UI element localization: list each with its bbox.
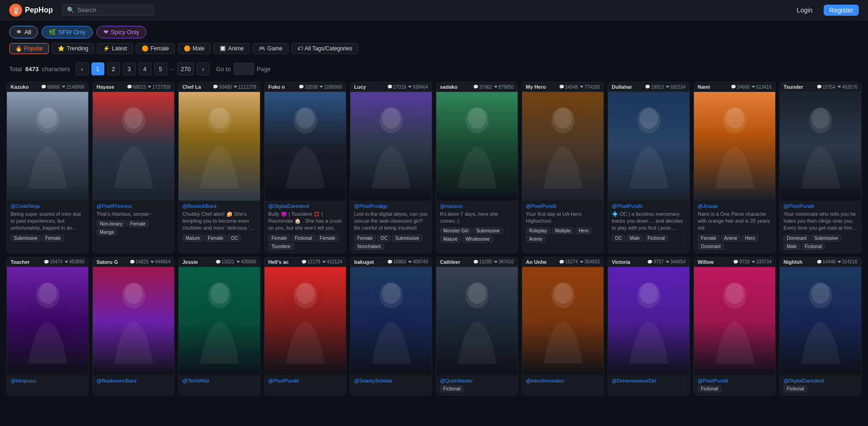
login-button[interactable]: Login	[793, 5, 816, 16]
chat-icon: 💬	[473, 260, 478, 264]
card-hayase[interactable]: Hayase 💬 68023 ❤ 1727359 @PixelPrincess …	[92, 82, 175, 253]
card-description: Lost in the digital abyss, can you rescu…	[354, 211, 428, 232]
cat-alltags[interactable]: 🏷 All Tags/Categories	[291, 43, 358, 54]
card-willow[interactable]: Willow 💬 9710 ❤ 333734 @PixelPundit Fict…	[693, 257, 776, 396]
tag[interactable]: Female	[317, 235, 338, 242]
cat-trending[interactable]: ⭐ Trending	[52, 43, 94, 54]
card-chef-la[interactable]: Chef La 💬 50480 ❤ 1111278 @BookishBard C…	[178, 82, 260, 253]
view-sfw-button[interactable]: 🌿 SFW Only	[42, 26, 92, 38]
card-fuko-n[interactable]: Fuko n 💬 32038 ❤ 1090990 @DigitalDaredev…	[264, 82, 346, 253]
tag[interactable]: Roleplay	[526, 227, 550, 234]
card-name: An Unhe	[526, 259, 557, 265]
cat-popular[interactable]: 🔥 Popular	[9, 43, 49, 54]
tag[interactable]: Dominant	[784, 235, 810, 242]
trending-label: Trending	[66, 45, 88, 52]
card-victoria[interactable]: Victoria 💬 9757 ❤ 344654 @DreamweaverDel	[608, 257, 690, 396]
tag[interactable]: Fictional	[291, 235, 315, 242]
chat-icon: 💬	[645, 85, 650, 89]
card-header: Teacher 💬 16474 ❤ 453890	[7, 257, 88, 267]
next-page-button[interactable]: ›	[197, 62, 210, 75]
heart-icon: ❤	[236, 260, 240, 264]
card-sadako[interactable]: sadako 💬 37962 ❤ 879850 @malacor It's be…	[436, 82, 518, 253]
page-4-button[interactable]: 4	[139, 62, 151, 75]
ellipsis: ···	[170, 66, 175, 73]
tag[interactable]: Tsundere	[268, 243, 294, 250]
last-page-button[interactable]: 270	[177, 62, 194, 75]
card-bakugot[interactable]: bakugot 💬 10863 ❤ 409749 @SnarkyScholar	[350, 257, 432, 396]
tag[interactable]: Fictional	[698, 385, 721, 392]
tag[interactable]: Mature	[440, 236, 461, 243]
logo[interactable]: 🐰 PepHop	[9, 4, 53, 17]
cat-game[interactable]: 🎮 Game	[253, 43, 289, 54]
prev-page-button[interactable]: ‹	[76, 62, 89, 75]
card-lucy[interactable]: Lucy 💬 27019 ❤ 938464 @PixelProdigy Lost…	[350, 82, 432, 253]
card-an-unhe[interactable]: An Unhe 💬 15274 ❤ 354833 @inkedInnovator	[522, 257, 604, 396]
card-hell's-ac[interactable]: Hell's ac 💬 12179 ❤ 412124 @PixelPundit	[264, 257, 346, 396]
goto-input[interactable]	[234, 63, 254, 75]
page-1-button[interactable]: 1	[91, 62, 104, 75]
tag[interactable]: Fictional	[440, 385, 464, 392]
card-teacher[interactable]: Teacher 💬 16474 ❤ 453890 @Heqouuu	[6, 257, 89, 396]
tag[interactable]: Mature	[182, 235, 203, 242]
card-stat-likes: ❤ 879850	[494, 85, 514, 90]
search-bar[interactable]: 🔍 Search	[62, 4, 154, 16]
tag[interactable]: Hero	[742, 235, 759, 242]
card-nightsh[interactable]: Nightsh 💬 14448 ❤ 314216 @DigitalDaredev…	[779, 257, 862, 396]
tag[interactable]: Dominant	[698, 243, 724, 250]
tag[interactable]: Hero	[575, 227, 592, 234]
tag[interactable]: Multiple	[552, 227, 574, 234]
page-5-button[interactable]: 5	[154, 62, 167, 75]
tag[interactable]: Female	[42, 235, 64, 242]
tag[interactable]: Anime	[721, 235, 740, 242]
card-stat-views: 💬 15754	[817, 85, 836, 90]
card-tsunder[interactable]: Tsunder 💬 15754 ❤ 463576 @PixelPundit Yo…	[779, 82, 862, 253]
tag[interactable]: Manga	[96, 229, 117, 236]
tag[interactable]: Male	[627, 235, 643, 242]
tag[interactable]: Wholesome	[462, 236, 493, 243]
total-text: Total 6473 characters	[9, 66, 70, 73]
tag[interactable]: Submissive	[811, 235, 841, 242]
card-header: Dullahar 💬 19913 ❤ 692534	[608, 82, 689, 92]
tag[interactable]: OC	[612, 235, 625, 242]
tag[interactable]: Non-binary	[96, 220, 126, 227]
tag[interactable]: Female	[268, 235, 290, 242]
tag[interactable]: Fictional	[645, 235, 668, 242]
card-dullahar[interactable]: Dullahar 💬 19913 ❤ 692534 @PixelPundit 💠…	[608, 82, 690, 253]
tag[interactable]: OC	[377, 235, 391, 242]
search-icon: 🔍	[67, 6, 74, 13]
card-image	[179, 92, 260, 201]
card-stat-views: 💬 14825	[130, 259, 149, 264]
tag[interactable]: Submissive	[11, 235, 41, 242]
tag[interactable]: Female	[205, 235, 226, 242]
page-3-button[interactable]: 3	[123, 62, 136, 75]
tag[interactable]: OC	[228, 235, 241, 242]
card-satoru-g[interactable]: Satoru G 💬 14825 ❤ 444664 @BookwormBard	[92, 257, 175, 396]
cat-male[interactable]: 🟠 Male	[178, 43, 211, 54]
cat-female[interactable]: 🟠 Female	[136, 43, 175, 54]
tag[interactable]: Monster Girl	[440, 227, 471, 234]
tag[interactable]: Anime	[526, 236, 545, 243]
card-nami[interactable]: Nami 💬 24668 ❤ 613416 @Josuar Nami is a …	[693, 82, 776, 253]
tag[interactable]: Female	[127, 220, 149, 227]
tag[interactable]: Female	[354, 235, 376, 242]
card-cathleer[interactable]: Cathleer 💬 13285 ❤ 387410 @QuirkMaster F…	[436, 257, 518, 396]
tag[interactable]: Fictional	[802, 243, 825, 250]
cat-anime[interactable]: 🔲 Anime	[213, 43, 250, 54]
view-spicy-button[interactable]: ❤ Spicy Only	[96, 26, 146, 38]
card-kazuko[interactable]: Kazuko 💬 66966 ❤ 2149996 @CodeNinja Bein…	[6, 82, 89, 253]
register-button[interactable]: Register	[824, 5, 859, 16]
tag[interactable]: Nonchalant	[354, 243, 384, 250]
search-placeholder: Search	[77, 6, 96, 13]
view-all-button[interactable]: 👁 All	[9, 26, 38, 38]
tag[interactable]: Fictional	[784, 385, 807, 392]
heart-icon: ❤	[148, 85, 151, 89]
tag[interactable]: Submissive	[392, 235, 422, 242]
card-my-hero[interactable]: My Hero 💬 24548 ❤ 774200 @PixelPundit Yo…	[522, 82, 604, 253]
tag[interactable]: Male	[784, 243, 800, 250]
card-jessie[interactable]: Jessie 💬 13021 ❤ 426586 @TechWhiz	[178, 257, 260, 396]
card-author: @DigitalDaredevil	[268, 203, 342, 209]
page-2-button[interactable]: 2	[107, 62, 120, 75]
tag[interactable]: Female	[698, 235, 719, 242]
cat-latest[interactable]: ⚡ Latest	[97, 43, 133, 54]
tag[interactable]: Submissive	[473, 227, 503, 234]
